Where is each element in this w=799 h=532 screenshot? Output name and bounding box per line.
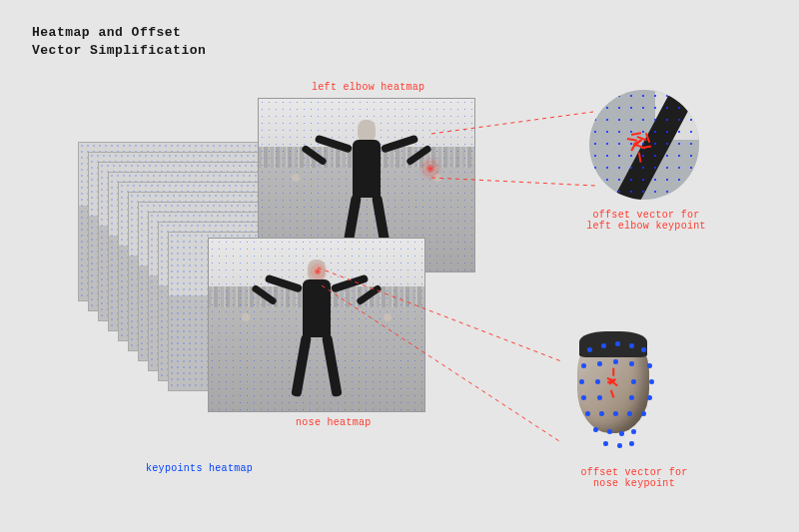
label-keypoints-heatmap: keypoints heatmap [146,463,253,474]
diagram-title: Heatmap and OffsetVector Simplification [32,24,206,60]
nose-offset-callout [559,329,667,459]
label-left-elbow-heatmap: left elbow heatmap [312,82,424,93]
left-elbow-offset-callout [589,90,699,200]
person-figure [272,260,362,412]
left-elbow-heat-spot [424,163,436,175]
nose-heatmap-card [208,238,425,412]
nose-heat-spot [313,266,323,276]
label-offset-vector-nose: offset vector fornose keypoint [569,467,699,489]
label-nose-heatmap: nose heatmap [296,417,372,428]
label-offset-vector-left-elbow: offset vector forleft elbow keypoint [581,210,711,232]
red-offset-vectors [589,90,699,200]
